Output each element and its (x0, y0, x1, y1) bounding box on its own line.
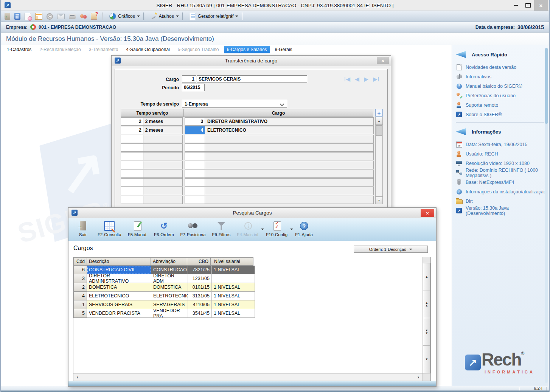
transfer-row[interactable]: 2 2 meses 4 ELETROTECNICO (121, 126, 374, 134)
cargo-name-field[interactable]: SERVICOS GERAIS (197, 75, 307, 83)
help-icon (457, 84, 462, 89)
sidebar-item[interactable]: Preferências do usuário (456, 91, 548, 100)
toolbar-button[interactable]: Sair (75, 221, 91, 237)
tab[interactable]: 6-Cargos e Salários (224, 46, 270, 53)
periodo-field[interactable]: 06/2015 (182, 84, 205, 91)
transfer-empty-row[interactable] (121, 152, 374, 160)
sidebar-item[interactable]: Manual básico do SIGER® (456, 81, 548, 91)
mail-icon[interactable] (57, 14, 65, 19)
sidebar-item[interactable]: Base: NetExpress/MF4 (456, 177, 548, 187)
maisinf-icon (244, 222, 252, 230)
table-row[interactable]: 4 ELETROTECNICO ELETROTECNIC 3131/05 1 N… (73, 292, 430, 300)
transfer-close-button[interactable]: × (377, 57, 389, 64)
transfer-empty-row[interactable] (121, 196, 374, 204)
tab[interactable]: 2-Recrutam/Seleção (36, 46, 84, 53)
package-icon[interactable] (91, 13, 97, 20)
toolbar-dropdown[interactable]: Atalhos (149, 12, 186, 21)
phone-icon[interactable] (69, 14, 76, 19)
table-row[interactable]: 5 VENDEDOR PRACISTA VENDEDOR PRA 3541/45… (73, 309, 430, 318)
table-row[interactable]: 1 SERVICOS GERAIS SERV.GERAIS 4110/05 1 … (73, 300, 430, 309)
transfer-empty-row[interactable] (121, 161, 374, 169)
section-title: Cargos (73, 245, 93, 252)
info-header[interactable]: Informações (456, 127, 548, 137)
sidebar-item[interactable]: Data: Sexta-feira, 19/06/2015 (456, 140, 548, 149)
transfer-scrollbar[interactable]: ▲ ▼ (375, 117, 383, 204)
first-record-button[interactable]: ◀ (345, 76, 350, 82)
toolbar-button[interactable]: F1-Ajuda (295, 221, 313, 237)
dropdown-caret[interactable] (290, 229, 293, 232)
order-button[interactable]: Ordem: 1-Descrição (354, 246, 428, 253)
close-button[interactable]: × (534, 0, 548, 11)
form-icon[interactable] (35, 13, 42, 20)
table-row[interactable]: 3 DIRETOR ADMINISTRATIVO DIRETOR ADM 123… (73, 274, 430, 283)
gear-icon[interactable] (47, 13, 53, 20)
toolbar-button[interactable]: F4-Mais inf. (237, 221, 259, 237)
sidebar-item[interactable]: Sobre o SIGER® (456, 110, 548, 119)
sidebar-item[interactable]: Rede: Domínio RECHINFO ( 1000 Megabits/s… (456, 168, 548, 177)
users-icon[interactable] (80, 13, 87, 20)
page-up-button[interactable]: ▲▲ (423, 291, 430, 319)
transfer-row[interactable]: 2 2 meses 3 DIRETOR ADMINISTRATIVO (121, 117, 374, 126)
transfer-empty-row[interactable] (121, 135, 374, 143)
company-refresh-icon[interactable] (30, 24, 36, 30)
scrollbar-thumb[interactable] (376, 125, 382, 136)
status-version: 6.2-I (534, 386, 542, 390)
scroll-right-button[interactable]: › (415, 373, 422, 381)
note-icon[interactable] (25, 13, 31, 20)
sidebar-item[interactable]: Novidades desta versão (456, 62, 548, 72)
add-row-button[interactable]: + (375, 109, 383, 117)
cargo-code-field[interactable]: 1 (182, 75, 196, 83)
toolbar-dropdown[interactable]: Gerador relat/gráf (188, 12, 246, 21)
scrollbar-thumb[interactable] (545, 48, 548, 124)
page-down-button[interactable]: ▼▼ (423, 318, 430, 346)
previous-record-button[interactable]: ◀ (355, 76, 359, 82)
sidebar-item[interactable]: Informações da instalação/atualização (456, 187, 548, 196)
toolbar-button[interactable]: F5-Manut. (128, 221, 148, 237)
ajuda-icon (300, 222, 308, 230)
transfer-empty-row[interactable] (121, 170, 374, 178)
last-record-button[interactable]: ▶ (373, 76, 379, 82)
toolbar-button[interactable]: F6-Ordem (154, 221, 174, 237)
sidebar-item[interactable]: Informativos (456, 72, 548, 81)
sidebar-item[interactable]: Dir: (456, 196, 548, 206)
toolbar-button[interactable]: F2-Consulta (98, 221, 121, 237)
minimize-button[interactable] (510, 0, 522, 11)
search-footer (68, 381, 436, 386)
tab[interactable]: 5-Segur.do Trabalho (175, 46, 222, 53)
horizontal-scrollbar[interactable]: ‹ › (73, 373, 423, 381)
toolbar-dropdown[interactable]: Gráficos (108, 12, 147, 21)
tab[interactable]: 4-Saúde Ocupacional (123, 46, 172, 53)
toolbar-button[interactable]: F10-Config. (266, 221, 289, 237)
quick-access-header[interactable]: Acesso Rápido (456, 50, 548, 59)
transfer-empty-rows (121, 134, 374, 204)
tab[interactable]: 3-Treinamento (86, 46, 121, 53)
tab[interactable]: 1-Cadastros (4, 46, 34, 53)
maximize-button[interactable] (522, 0, 534, 11)
toolbar-button[interactable]: F7-Posiciona (180, 221, 205, 237)
sidebar-scrollbar[interactable] (545, 48, 548, 383)
transfer-empty-row[interactable] (121, 178, 374, 187)
toolbar-button[interactable]: F9-Filtros (212, 221, 231, 237)
sidebar-item[interactable]: Versão: 15.30a Java (Desenvolvimento) (456, 206, 548, 215)
sidebar-item[interactable]: Usuário: RECH (456, 149, 548, 159)
search-dialog-titlebar[interactable]: Pesquisa Cargos × (68, 208, 436, 218)
transfer-dialog-titlebar[interactable]: Transferência de cargo × (112, 56, 391, 66)
scroll-down-button[interactable]: ▼ (376, 196, 382, 204)
transfer-empty-row[interactable] (121, 143, 374, 152)
scroll-left-button[interactable]: ‹ (74, 373, 81, 381)
dropdown-caret[interactable] (261, 229, 264, 232)
sidebar-item[interactable]: Resolução vídeo: 1920 x 1080 (456, 159, 548, 168)
scroll-up-button[interactable]: ▲ (376, 117, 382, 125)
transfer-rows: 2 2 meses 3 DIRETOR ADMINISTRATIVO 2 2 m… (121, 117, 374, 134)
tempo-servico-select[interactable]: 1-Empresa (182, 100, 287, 108)
sidebar-item[interactable]: Suporte remoto (456, 100, 548, 110)
row-up-button[interactable]: ▲ (423, 263, 430, 291)
exit-icon[interactable] (5, 13, 10, 20)
table-row[interactable]: 2 DOMESTICA DOMESTICA 0101/15 1 NIVELSAL (73, 283, 430, 292)
tab[interactable]: 9-Gerais (272, 46, 295, 53)
calculator-icon[interactable] (14, 13, 20, 20)
next-record-button[interactable]: ▶ (364, 76, 368, 82)
row-down-button[interactable]: ▼ (423, 345, 430, 373)
search-close-button[interactable]: × (421, 209, 434, 217)
transfer-empty-row[interactable] (121, 187, 374, 195)
